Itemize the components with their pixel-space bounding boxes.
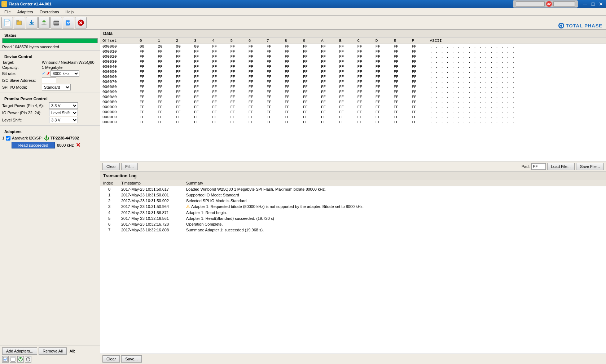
all-uncheck-icon[interactable] bbox=[10, 356, 16, 363]
target-row: Target: Winbond / NexFlash W25Q80 bbox=[2, 60, 98, 65]
hex-cell-7: FF bbox=[264, 64, 282, 69]
table-row: 0000F0FFFFFFFFFFFFFFFFFFFFFFFFFFFFFFFF. … bbox=[100, 120, 606, 125]
hex-cell-8: FF bbox=[282, 99, 300, 105]
ascii-cell: . . . . . . . . . . . . . . . . bbox=[428, 105, 606, 110]
hex-cell-9: FF bbox=[301, 89, 319, 94]
hex-cell-10: FF bbox=[319, 120, 337, 125]
col-3: 3 bbox=[192, 38, 210, 44]
toolbar-download[interactable] bbox=[26, 17, 38, 28]
adapter-status-button[interactable]: Read succeeded bbox=[12, 142, 55, 148]
hex-cell-15: FF bbox=[409, 54, 427, 59]
log-row: 0 2017-May-23 10:31:50.617 Loaded Winbon… bbox=[100, 186, 606, 192]
hex-cell-10: FF bbox=[319, 54, 337, 59]
hex-cell-8: FF bbox=[282, 79, 300, 84]
toolbar: 📄 bbox=[0, 16, 606, 30]
hex-cell-6: FF bbox=[246, 99, 264, 105]
col-ascii: ASCII bbox=[428, 38, 606, 44]
all-power-on-icon[interactable] bbox=[17, 356, 24, 363]
hex-cell-13: FF bbox=[373, 49, 391, 54]
hex-cell-12: FF bbox=[355, 89, 373, 94]
hex-cell-12: FF bbox=[355, 105, 373, 110]
hex-cell-2: 00 bbox=[174, 44, 192, 49]
table-row: 000020FFFFFFFFFFFFFFFFFFFFFFFFFFFFFFFF. … bbox=[100, 54, 606, 59]
log-table-container[interactable]: Index Timestamp Summary 0 2017-May-23 10… bbox=[100, 180, 606, 354]
offset-cell: 0000A0 bbox=[100, 94, 137, 99]
hex-cell-4: FF bbox=[210, 89, 228, 94]
hex-cell-3: FF bbox=[192, 49, 210, 54]
toolbar-new[interactable]: 📄 bbox=[1, 17, 13, 28]
hex-cell-12: FF bbox=[355, 69, 373, 74]
minimize-button[interactable]: ─ bbox=[581, 0, 589, 8]
hex-cell-0: FF bbox=[137, 74, 155, 79]
hex-cell-4: FF bbox=[210, 84, 228, 89]
hex-cell-6: FF bbox=[246, 94, 264, 99]
log-clear-button[interactable]: Clear bbox=[102, 355, 120, 363]
col-4: 4 bbox=[210, 38, 228, 44]
hex-cell-7: FF bbox=[264, 115, 282, 120]
check-icon: ✓ bbox=[42, 71, 45, 76]
hex-cell-13: FF bbox=[373, 69, 391, 74]
add-adapters-button[interactable]: Add Adapters... bbox=[2, 347, 37, 355]
capacity-value: 1 Megabyte bbox=[42, 65, 62, 70]
menu-file[interactable]: File bbox=[1, 9, 14, 15]
hex-cell-4: FF bbox=[210, 49, 228, 54]
hex-cell-9: FF bbox=[301, 99, 319, 105]
log-row: 4 2017-May-23 10:31:56.871 Adapter 1: Re… bbox=[100, 210, 606, 216]
log-table-body: 0 2017-May-23 10:31:50.617 Loaded Winbon… bbox=[100, 186, 606, 233]
bit-rate-select[interactable]: 8000 kHz bbox=[50, 70, 79, 77]
all-check-icon[interactable] bbox=[2, 356, 9, 363]
toolbar-open[interactable] bbox=[14, 17, 25, 28]
menu-bar: File Adapters Operations Help bbox=[0, 8, 606, 16]
svg-point-15 bbox=[560, 25, 562, 27]
i2c-input[interactable] bbox=[42, 77, 56, 83]
all-power-off-icon[interactable] bbox=[25, 356, 31, 363]
log-col-index: Index bbox=[100, 180, 118, 186]
hex-cell-2: FF bbox=[174, 64, 192, 69]
adapter-remove-icon[interactable]: ✕ bbox=[76, 142, 80, 148]
toolbar-stop[interactable] bbox=[75, 17, 87, 28]
target-power-select[interactable]: 3.3 V bbox=[49, 102, 78, 109]
hex-cell-8: FF bbox=[282, 59, 300, 64]
spi-select[interactable]: Standard bbox=[42, 84, 71, 90]
data-clear-button[interactable]: Clear bbox=[102, 163, 120, 170]
hex-cell-8: FF bbox=[282, 84, 300, 89]
adapter-id: TP2238-447902 bbox=[50, 136, 79, 140]
log-row: 7 2017-May-23 10:32:16.808 Summary: Adap… bbox=[100, 227, 606, 233]
data-table-container[interactable]: Offset 0 1 2 3 4 5 6 7 8 9 A B bbox=[100, 38, 606, 161]
hex-cell-0: FF bbox=[137, 94, 155, 99]
menu-adapters[interactable]: Adapters bbox=[14, 9, 36, 15]
toolbar-erase[interactable] bbox=[50, 17, 62, 28]
toolbar-upload[interactable] bbox=[38, 17, 50, 28]
hex-cell-7: FF bbox=[264, 89, 282, 94]
menu-help[interactable]: Help bbox=[63, 9, 77, 15]
save-file-button[interactable]: Save File... bbox=[576, 163, 604, 170]
hex-cell-15: FF bbox=[409, 110, 427, 115]
hex-cell-11: FF bbox=[337, 94, 355, 99]
io-power-select[interactable]: Level Shift bbox=[49, 110, 78, 116]
level-shift-select[interactable]: 3.3 V bbox=[49, 117, 78, 123]
remove-all-button[interactable]: Remove All bbox=[39, 347, 67, 355]
data-fill-button[interactable]: Fill... bbox=[121, 163, 137, 170]
hex-cell-0: FF bbox=[137, 54, 155, 59]
log-save-button[interactable]: Save... bbox=[121, 355, 141, 363]
ascii-cell: . . . . . . . . . . . . . . . . bbox=[428, 64, 606, 69]
log-index-cell: 2 bbox=[100, 198, 118, 204]
load-file-button[interactable]: Load File... bbox=[547, 163, 575, 170]
hex-cell-3: FF bbox=[192, 64, 210, 69]
maximize-button[interactable]: □ bbox=[589, 0, 597, 8]
data-table-body: 00000000200000FFFFFFFFFFFFFFFFFFFFFFFF. … bbox=[100, 44, 606, 125]
close-button[interactable]: ✕ bbox=[597, 0, 605, 8]
adapter-checkbox[interactable] bbox=[6, 136, 10, 141]
hex-cell-12: FF bbox=[355, 54, 373, 59]
hex-cell-11: FF bbox=[337, 120, 355, 125]
hex-cell-14: FF bbox=[391, 110, 409, 115]
toolbar-verify[interactable] bbox=[63, 17, 74, 28]
pad-input[interactable] bbox=[531, 163, 546, 170]
adapter-speed: 8000 kHz bbox=[57, 143, 74, 147]
hex-cell-1: FF bbox=[155, 94, 174, 99]
hex-cell-0: FF bbox=[137, 115, 155, 120]
hex-cell-8: FF bbox=[282, 120, 300, 125]
col-a: A bbox=[319, 38, 337, 44]
hex-cell-3: FF bbox=[192, 89, 210, 94]
menu-operations[interactable]: Operations bbox=[37, 9, 62, 15]
